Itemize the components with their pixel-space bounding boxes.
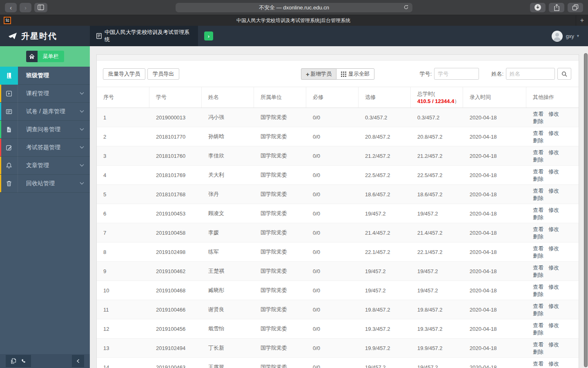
action-edit-link[interactable]: 修改 xyxy=(548,149,559,155)
sidebar-toggle-button[interactable] xyxy=(34,3,47,12)
name-input[interactable] xyxy=(506,68,555,80)
action-view-link[interactable]: 查看 xyxy=(533,111,543,117)
show-all-button[interactable]: 显示全部 xyxy=(336,68,374,80)
cell-required: 0/0 xyxy=(306,242,359,261)
cell-required: 0/0 xyxy=(306,358,359,368)
action-view-link[interactable]: 查看 xyxy=(533,245,543,251)
add-student-button[interactable]: + 新增学员 xyxy=(301,68,336,80)
action-view-link[interactable]: 查看 xyxy=(533,168,543,175)
action-view-link[interactable]: 查看 xyxy=(533,130,543,136)
new-tab-button[interactable]: + xyxy=(576,15,588,26)
action-delete-link[interactable]: 删除 xyxy=(533,157,543,163)
action-edit-link[interactable]: 修改 xyxy=(548,111,559,117)
action-view-link[interactable]: 查看 xyxy=(533,284,543,290)
export-students-button[interactable]: 学员导出 xyxy=(147,68,179,80)
action-view-link[interactable]: 查看 xyxy=(533,149,543,155)
menu-bar-button[interactable]: 菜单栏 xyxy=(38,51,64,62)
action-delete-link[interactable]: 删除 xyxy=(533,272,543,278)
sidebar-item-recycle-bin[interactable]: 回收站管理 xyxy=(0,175,90,193)
address-bar[interactable]: 不安全 — dxonline.ruc.edu.cn xyxy=(176,3,412,12)
action-view-link[interactable]: 查看 xyxy=(533,188,543,194)
search-button[interactable] xyxy=(557,68,571,80)
tab-overview-button[interactable] xyxy=(568,3,583,12)
table-row: 6 2019100453 顾凌文 国学院党委 0/0 19/457.2 19/4… xyxy=(97,204,579,223)
cell-student-id: 2018101768 xyxy=(149,185,202,204)
user-menu[interactable]: gxy ▼ xyxy=(552,31,580,42)
home-button[interactable] xyxy=(26,51,38,62)
sidebar-item-label: 回收站管理 xyxy=(26,180,55,187)
action-edit-link[interactable]: 修改 xyxy=(548,284,559,290)
sidebar-item-class-management[interactable]: 班级管理 xyxy=(0,67,90,85)
action-delete-link[interactable]: 删除 xyxy=(533,349,543,355)
forward-button[interactable]: › xyxy=(20,3,31,12)
table-header-row: 序号 学号 姓名 所属单位 必修 选修 总学时( 410.5 / 12344.4… xyxy=(97,87,579,108)
cell-name: 顾凌文 xyxy=(202,204,254,223)
downloads-button[interactable] xyxy=(530,3,546,12)
cell-total-hours: 19.9/457.2 xyxy=(411,339,463,357)
action-delete-link[interactable]: 删除 xyxy=(533,253,543,259)
student-id-input[interactable] xyxy=(434,68,479,80)
action-view-link[interactable]: 查看 xyxy=(533,265,543,271)
sidebar-item-exam-answer-management[interactable]: 考试答题管理 xyxy=(0,139,90,157)
sidebar-item-course-management[interactable]: 课程管理 xyxy=(0,85,90,103)
active-tab[interactable]: 中国人民大学党校培训及考试管理系统|后台管理系统 xyxy=(11,17,576,24)
action-edit-link[interactable]: 修改 xyxy=(548,130,559,136)
app-header: 升星时代 中国人民大学党校培训及考试管理系统 › gxy ▼ xyxy=(0,26,588,46)
system-title-tab[interactable]: 中国人民大学党校培训及考试管理系统 xyxy=(90,26,198,46)
action-delete-link[interactable]: 删除 xyxy=(533,118,543,124)
action-edit-link[interactable]: 修改 xyxy=(548,303,559,309)
action-view-link[interactable]: 查看 xyxy=(533,361,543,367)
menu-band: 菜单栏 xyxy=(0,46,90,67)
sidebar-collapse-button[interactable]: › xyxy=(204,31,213,40)
action-delete-link[interactable]: 删除 xyxy=(533,330,543,336)
batch-import-button[interactable]: 批量导入学员 xyxy=(103,68,145,80)
action-delete-link[interactable]: 删除 xyxy=(533,195,543,201)
reload-icon[interactable] xyxy=(403,4,409,10)
share-button[interactable] xyxy=(549,3,564,12)
sidebar-item-article-management[interactable]: 文章管理 xyxy=(0,157,90,175)
footer-collapse-button[interactable] xyxy=(72,355,84,367)
action-view-link[interactable]: 查看 xyxy=(533,207,543,213)
action-view-link[interactable]: 查看 xyxy=(533,341,543,348)
action-view-link[interactable]: 查看 xyxy=(533,303,543,309)
action-edit-link[interactable]: 修改 xyxy=(548,322,559,328)
sidebar-item-exam-paper-bank[interactable]: 试卷 / 题库管理 xyxy=(0,103,90,121)
action-edit-link[interactable]: 修改 xyxy=(548,265,559,271)
action-edit-link[interactable]: 修改 xyxy=(548,207,559,213)
action-view-link[interactable]: 查看 xyxy=(533,226,543,232)
cell-date: 2020-04-18 xyxy=(463,242,526,261)
sidebar-item-survey-management[interactable]: 调查问卷管理 xyxy=(0,121,90,139)
pencil-square-icon xyxy=(0,139,18,157)
action-delete-link[interactable]: 删除 xyxy=(533,214,543,220)
cell-student-id: 2018101770 xyxy=(149,127,202,146)
action-edit-link[interactable]: 修改 xyxy=(548,341,559,348)
cell-unit: 国学院党委 xyxy=(254,127,306,146)
total-hours-value: 410.5 / 12344.4 xyxy=(417,98,454,104)
cell-date: 2020-04-18 xyxy=(463,185,526,204)
back-button[interactable]: ‹ xyxy=(5,3,17,12)
col-required: 必修 xyxy=(306,87,359,108)
file-icon xyxy=(0,121,18,139)
action-edit-link[interactable]: 修改 xyxy=(548,188,559,194)
action-edit-link[interactable]: 修改 xyxy=(548,226,559,232)
cell-index: 9 xyxy=(97,262,149,280)
action-edit-link[interactable]: 修改 xyxy=(548,361,559,367)
action-delete-link[interactable]: 删除 xyxy=(533,291,543,297)
phone-icon xyxy=(21,359,26,364)
action-delete-link[interactable]: 删除 xyxy=(533,137,543,144)
action-edit-link[interactable]: 修改 xyxy=(548,168,559,175)
play-video-icon xyxy=(0,85,18,103)
action-view-link[interactable]: 查看 xyxy=(533,322,543,328)
table-row: 12 2019100456 戢雪怡 国学院党委 0/0 19.3/457.2 1… xyxy=(97,319,579,339)
cell-elective: 22.5/457.2 xyxy=(359,166,411,184)
cell-index: 2 xyxy=(97,127,149,146)
action-delete-link[interactable]: 删除 xyxy=(533,233,543,240)
action-delete-link[interactable]: 删除 xyxy=(533,310,543,316)
table-row: 8 2019102498 练军 国学院党委 0/0 22.1/457.2 22.… xyxy=(97,242,579,262)
vertical-scrollbar[interactable] xyxy=(584,53,588,367)
action-delete-link[interactable]: 删除 xyxy=(533,176,543,182)
cell-total-hours: 19/457.2 xyxy=(411,281,463,300)
cell-index: 5 xyxy=(97,185,149,204)
action-edit-link[interactable]: 修改 xyxy=(548,245,559,251)
footer-tools[interactable] xyxy=(6,355,31,367)
